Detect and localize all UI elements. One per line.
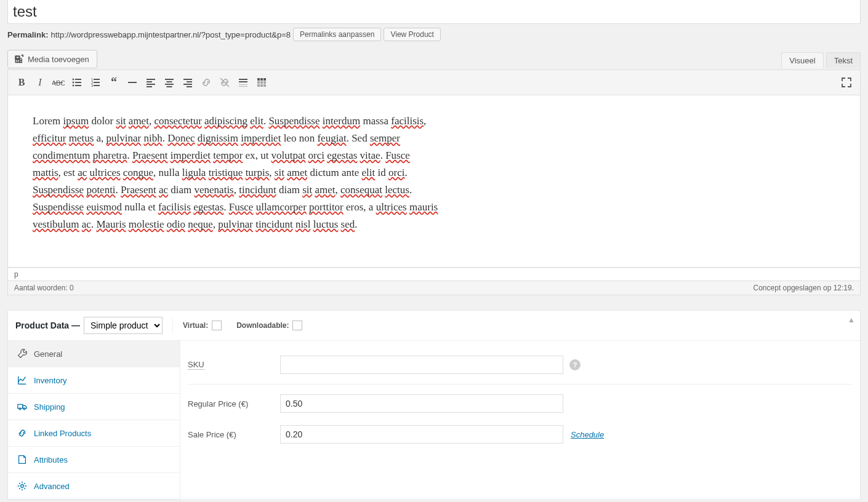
svg-point-48 xyxy=(19,408,21,410)
virtual-label: Virtual: xyxy=(183,321,222,330)
svg-rect-16 xyxy=(94,82,100,83)
virtual-checkbox[interactable] xyxy=(212,321,222,330)
svg-rect-43 xyxy=(263,81,266,84)
product-type-select[interactable]: Simple product xyxy=(84,317,163,334)
svg-rect-34 xyxy=(239,79,247,80)
svg-rect-35 xyxy=(239,81,247,82)
sku-label: SKU xyxy=(188,360,280,370)
editor-content[interactable]: Lorem ipsum dolor sit amet, consectetur … xyxy=(7,95,861,268)
sku-input[interactable] xyxy=(280,356,563,374)
editor-tabs: Visueel Tekst xyxy=(781,52,861,68)
chart-icon xyxy=(17,375,28,386)
link-icon xyxy=(17,428,28,439)
downloadable-label: Downloadable: xyxy=(236,321,302,330)
tab-advanced[interactable]: Advanced xyxy=(8,473,180,500)
downloadable-checkbox[interactable] xyxy=(292,321,302,330)
align-left-button[interactable] xyxy=(142,74,159,91)
draft-saved: Concept opgeslagen op 12:19. xyxy=(753,284,854,292)
product-data-metabox: Product Data — Simple product Virtual: D… xyxy=(7,310,861,500)
svg-rect-26 xyxy=(167,81,172,82)
link-button[interactable] xyxy=(198,74,215,91)
strikethrough-button[interactable]: ABC xyxy=(50,74,67,91)
help-icon[interactable]: ? xyxy=(569,359,581,370)
metabox-toggle[interactable]: ▲ xyxy=(848,316,855,324)
tab-text[interactable]: Tekst xyxy=(826,52,861,68)
element-path: p xyxy=(7,268,861,281)
tab-attributes[interactable]: Attributes xyxy=(8,447,180,473)
sale-price-label: Sale Price (€) xyxy=(188,430,280,439)
schedule-link[interactable]: Schedule xyxy=(571,430,604,439)
align-center-button[interactable] xyxy=(161,74,178,91)
title-box xyxy=(7,0,861,24)
svg-rect-38 xyxy=(257,78,260,81)
svg-rect-21 xyxy=(147,79,155,80)
svg-rect-41 xyxy=(257,81,260,84)
svg-rect-25 xyxy=(165,79,174,80)
svg-rect-42 xyxy=(260,81,263,84)
insert-more-button[interactable] xyxy=(235,74,252,91)
blockquote-button[interactable]: “ xyxy=(105,74,123,91)
sale-price-input[interactable] xyxy=(280,425,563,444)
svg-rect-44 xyxy=(257,84,260,87)
tab-shipping[interactable]: Shipping xyxy=(8,394,180,420)
note-icon xyxy=(17,454,28,465)
italic-button[interactable]: I xyxy=(31,74,49,91)
svg-rect-39 xyxy=(260,78,263,81)
title-input[interactable] xyxy=(13,2,855,22)
bold-button[interactable]: B xyxy=(13,74,30,91)
svg-point-50 xyxy=(21,485,24,488)
edit-permalink-button[interactable]: Permalinks aanpassen xyxy=(293,28,381,41)
status-bar: Aantal woorden: 0 Concept opgeslagen op … xyxy=(7,281,861,295)
editor-toolbar: B I ABC 123 “ xyxy=(7,70,861,95)
svg-rect-40 xyxy=(263,78,266,81)
permalink-label: Permalink: xyxy=(7,30,48,39)
svg-point-49 xyxy=(23,408,25,410)
product-data-panel-general: SKU ? Regular Price (€) Sale Price (€) S… xyxy=(180,341,860,500)
product-data-tabs: General Inventory Shipping Linked Produc… xyxy=(8,341,180,500)
media-icon xyxy=(13,54,24,65)
add-media-label: Media toevoegen xyxy=(28,55,89,64)
svg-rect-27 xyxy=(165,84,174,85)
word-count: Aantal woorden: 0 xyxy=(14,284,74,292)
regular-price-input[interactable] xyxy=(280,394,563,413)
svg-rect-18 xyxy=(94,85,100,86)
unlink-button[interactable] xyxy=(216,74,233,91)
wrench-icon xyxy=(17,348,28,359)
svg-rect-36 xyxy=(239,84,247,85)
product-data-header: Product Data — Simple product Virtual: D… xyxy=(8,311,860,341)
regular-price-label: Regular Price (€) xyxy=(188,399,280,408)
svg-rect-32 xyxy=(187,86,192,87)
svg-rect-10 xyxy=(75,82,81,83)
svg-rect-31 xyxy=(183,84,192,85)
product-data-title: Product Data — xyxy=(15,321,80,330)
gear-icon xyxy=(17,480,28,492)
view-product-button[interactable]: View Product xyxy=(384,28,440,41)
svg-text:I: I xyxy=(38,77,42,87)
bullet-list-button[interactable] xyxy=(68,74,86,91)
fullscreen-button[interactable] xyxy=(838,74,855,91)
svg-rect-37 xyxy=(239,86,247,87)
tab-inventory[interactable]: Inventory xyxy=(8,367,180,394)
hr-button[interactable] xyxy=(124,74,141,91)
svg-rect-24 xyxy=(147,86,152,87)
svg-text:“: “ xyxy=(111,76,117,89)
add-media-button[interactable]: Media toevoegen xyxy=(7,50,97,68)
svg-point-9 xyxy=(73,82,74,84)
tab-general[interactable]: General xyxy=(8,341,180,367)
svg-rect-29 xyxy=(183,79,192,80)
svg-text:B: B xyxy=(18,77,25,87)
svg-rect-28 xyxy=(167,86,172,87)
svg-rect-30 xyxy=(187,81,192,82)
permalink-url: http://wordpresswebapp.mijntestpartner.n… xyxy=(50,30,291,39)
svg-point-0 xyxy=(15,57,17,58)
svg-text:3: 3 xyxy=(91,84,94,87)
align-right-button[interactable] xyxy=(179,74,196,91)
tab-linked-products[interactable]: Linked Products xyxy=(8,420,180,447)
tab-visual[interactable]: Visueel xyxy=(781,52,823,68)
svg-point-11 xyxy=(73,85,74,87)
toolbar-toggle-button[interactable] xyxy=(253,74,270,91)
svg-rect-8 xyxy=(75,79,81,80)
svg-rect-23 xyxy=(147,84,155,85)
editor-wrap: Media toevoegen Visueel Tekst B I ABC 12… xyxy=(7,50,861,295)
numbered-list-button[interactable]: 123 xyxy=(87,74,104,91)
